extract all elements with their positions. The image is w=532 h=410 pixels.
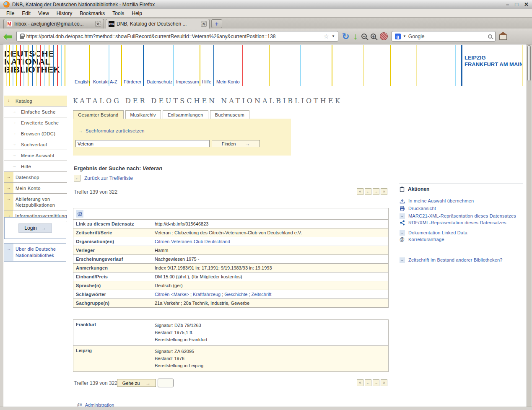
last-page-button[interactable]: » — [381, 188, 387, 195]
holding-availability-link[interactable]: Bereitstellung in Leipzig — [155, 362, 386, 369]
menu-view[interactable]: View — [34, 10, 53, 17]
action-rdf-xml-repräsentation-dieses-datensatzes[interactable]: RDF/XML-Repräsentation dieses Datensatze… — [399, 220, 523, 226]
catalog-search-input[interactable] — [75, 140, 210, 147]
sidebar-item-katalog[interactable]: ↓Katalog — [4, 96, 67, 106]
sidebar-item-suchverlauf[interactable]: →Suchverlauf — [4, 139, 67, 150]
goto-page-input[interactable] — [158, 379, 174, 387]
sidebar-item-about-dnb[interactable]: → Über die Deutsche Nationalbibliothek — [4, 243, 66, 262]
search-engine-dropdown-icon[interactable]: ▼ — [403, 34, 406, 38]
pagination-top: «←→» — [357, 188, 387, 195]
action-dokumentation-linked-data[interactable]: →Dokumentation Linked Data — [399, 230, 523, 236]
header-nav-kontakt[interactable]: Kontakt — [93, 79, 109, 84]
zoom-in-button[interactable]: + — [371, 34, 376, 39]
menu-edit[interactable]: Edit — [18, 10, 34, 17]
search-bar[interactable]: g ▼ Google — [392, 31, 496, 42]
next-page-button[interactable]: → — [373, 379, 379, 386]
reset-search-link[interactable]: → Suchformular zurücksetzen — [78, 128, 145, 133]
header-nav-english[interactable]: English — [75, 79, 90, 84]
url-bar[interactable]: https://portal.dnb.de/opac.htm?method=sh… — [16, 31, 338, 42]
previous-page-button[interactable]: ← — [365, 188, 371, 195]
browser-tab-gmail[interactable]: MInbox - axeljungfer@gmail.co...✕ — [3, 19, 104, 29]
menu-bookmarks[interactable]: Bookmarks — [76, 10, 109, 17]
page-scrollbar[interactable] — [527, 44, 531, 407]
close-button[interactable]: ✕ — [524, 0, 529, 9]
decorative-stripe — [16, 45, 17, 86]
subject-link[interactable]: Geschichte — [224, 292, 247, 297]
header-nav-a-z[interactable]: A-Z — [110, 79, 117, 84]
menu-help[interactable]: Help — [128, 10, 146, 17]
dnb-locations: LEIPZIG FRANKFURT AM MAIN — [465, 54, 523, 68]
home-button[interactable] — [499, 35, 507, 40]
holding-availability-link[interactable]: Bereitstellung in Frankfurt — [155, 336, 386, 343]
reload-button[interactable]: ↻ — [342, 32, 350, 41]
record-value-link[interactable]: Citroën-Veteranen-Club Deutschland — [155, 239, 230, 244]
sidebar-item-ablieferung-von[interactable]: →Ablieferung vonNetzpublikationen — [4, 194, 67, 210]
sidebar-item-datenshop[interactable]: →Datenshop — [4, 172, 67, 183]
browser-tab-dnb[interactable]: DNBDNB, Katalog der Deutschen ...✕ — [106, 19, 210, 29]
tab-exilsammlungen[interactable]: Exilsammlungen — [163, 110, 208, 119]
subject-link[interactable]: Kraftfahrzeug — [193, 292, 221, 297]
tab-close-icon[interactable]: ✕ — [95, 21, 101, 27]
maximize-button[interactable]: □ — [515, 0, 518, 9]
tab-buchmuseum[interactable]: Buchmuseum — [210, 110, 249, 119]
action-druckansicht[interactable]: Druckansicht — [399, 206, 523, 212]
at-icon: @ — [400, 237, 405, 242]
subject-link[interactable]: Zeitschrift — [252, 292, 272, 297]
action-marc21-xml-repräsentation-dieses-datensatzes[interactable]: →MARC21-XML-Repräsentation dieses Datens… — [399, 213, 523, 219]
first-page-button[interactable]: « — [357, 379, 363, 386]
goto-label: Gehe zu — [122, 381, 140, 386]
search-icon[interactable] — [488, 34, 492, 39]
decorative-stripe — [121, 45, 122, 86]
url-text[interactable]: https://portal.dnb.de/opac.htm?method=sh… — [26, 34, 321, 39]
decorative-stripe — [300, 45, 301, 86]
tab-title: Inbox - axeljungfer@gmail.co... — [14, 21, 93, 27]
back-button[interactable]: ⬅ — [3, 30, 13, 43]
label-line: Ablieferung von — [16, 196, 55, 202]
menu-history[interactable]: History — [53, 10, 76, 17]
goto-button[interactable]: Gehe zu → — [117, 379, 156, 387]
header-nav-impressum[interactable]: Impressum — [176, 79, 199, 84]
action-korrekturanfrage[interactable]: @Korrekturanfrage — [399, 237, 523, 242]
next-page-button[interactable]: → — [373, 188, 379, 195]
menu-file[interactable]: File — [3, 10, 18, 17]
scrollbar-thumb[interactable] — [527, 45, 531, 81]
header-nav-hilfe[interactable]: Hilfe — [202, 79, 211, 84]
first-page-button[interactable]: « — [357, 188, 363, 195]
previous-page-button[interactable]: ← — [365, 379, 371, 386]
back-to-results-link[interactable]: ← Zurück zur Trefferliste — [74, 175, 133, 182]
sidebar-item-mein-konto[interactable]: →Mein Konto — [4, 183, 67, 194]
bookmark-star-icon[interactable]: ☆ — [323, 33, 329, 39]
sidebar-item-erweiterte-suche[interactable]: →Erweiterte Suche — [4, 117, 67, 128]
zoom-out-button[interactable]: − — [361, 34, 367, 39]
tab-close-icon[interactable]: ✕ — [201, 21, 207, 27]
stop-button[interactable] — [380, 32, 388, 40]
sidebar-item-browsen-ddc[interactable]: →Browsen (DDC) — [4, 128, 67, 139]
menu-tools[interactable]: Tools — [109, 10, 128, 17]
minimize-button[interactable]: – — [506, 0, 509, 9]
holding-details: Signatur: DZb 79/1263Bestand: 1975,1 ff.… — [152, 320, 389, 346]
sidebar-item-label: Ablieferung vonNetzpublikationen — [13, 194, 55, 210]
header-nav-datenschutz[interactable]: Datenschutz — [147, 79, 172, 84]
login-button[interactable]: Login → — [18, 223, 52, 233]
administration-link[interactable]: @ Administration — [77, 402, 114, 407]
download-button[interactable]: ↓ — [353, 32, 358, 41]
find-button[interactable]: Finden → — [212, 140, 260, 147]
tab-musikarchiv[interactable]: Musikarchiv — [125, 110, 161, 119]
sidebar-item-label: Hilfe — [19, 161, 31, 171]
header-nav-förderer[interactable]: Förderer — [124, 79, 141, 84]
subject-link[interactable]: Citroën <Marke> — [155, 292, 189, 297]
new-tab-button[interactable]: + — [211, 19, 222, 28]
search-engine-label[interactable]: Google — [408, 34, 486, 39]
sidebar-item-einfache-suche[interactable]: →Einfache Suche — [4, 106, 67, 117]
action-in-meine-auswahl-übernehmen[interactable]: In meine Auswahl übernehmen — [399, 198, 523, 205]
holding-location-label: Leipzig — [73, 346, 152, 372]
url-dropdown-icon[interactable]: ▼ — [332, 34, 335, 38]
sidebar-item-label: Katalog — [13, 96, 32, 106]
sidebar-item-hilfe[interactable]: →Hilfe — [4, 161, 67, 172]
action-zeitschrift-im-bestand-anderer-bibliotheken[interactable]: →Zeitschrift im Bestand anderer Biblioth… — [399, 257, 523, 263]
last-page-button[interactable]: » — [381, 379, 387, 386]
tab-gesamter-bestand[interactable]: Gesamter Bestand — [73, 110, 124, 119]
header-nav-mein-konto[interactable]: Mein Konto — [216, 79, 240, 84]
sidebar-item-meine-auswahl[interactable]: →Meine Auswahl — [4, 150, 67, 161]
add-to-selection-icon[interactable] — [76, 210, 83, 218]
